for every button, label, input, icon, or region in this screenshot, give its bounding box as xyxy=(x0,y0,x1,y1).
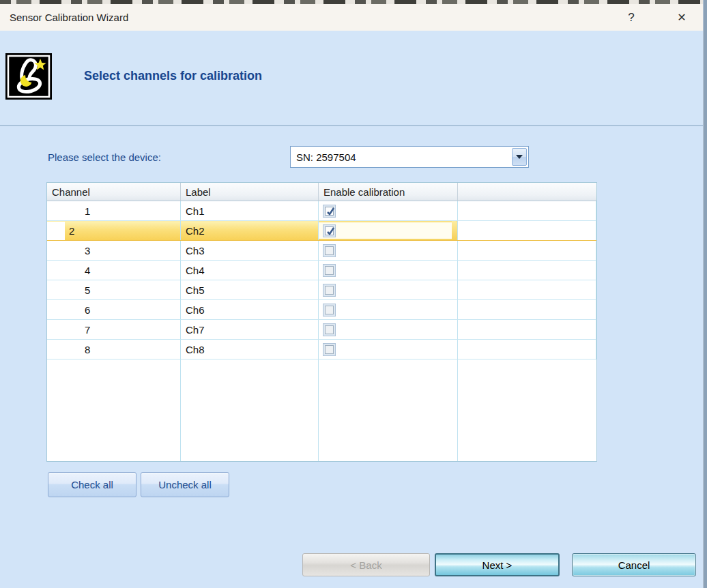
check-all-button[interactable]: Check all xyxy=(48,472,136,497)
checkbox-checked-icon[interactable] xyxy=(323,205,336,218)
table-row[interactable]: 4Ch4 xyxy=(47,261,596,280)
enable-calibration-cell[interactable] xyxy=(319,201,458,220)
channel-label-cell[interactable]: Ch8 xyxy=(181,340,319,359)
empty-cell[interactable] xyxy=(458,221,596,240)
table-row[interactable]: 5Ch5 xyxy=(47,280,596,300)
window-right-border xyxy=(703,0,707,588)
enable-calibration-cell[interactable] xyxy=(319,221,458,240)
wizard-header: Select channels for calibration xyxy=(0,31,703,126)
channel-number-cell[interactable]: 7 xyxy=(47,320,181,339)
channel-number-cell[interactable]: 6 xyxy=(47,300,181,319)
empty-cell[interactable] xyxy=(458,280,596,299)
table-row[interactable]: 7Ch7 xyxy=(47,320,596,340)
cancel-button[interactable]: Cancel xyxy=(572,553,696,576)
table-row[interactable]: 3Ch3 xyxy=(47,241,596,261)
checkbox-unchecked-icon[interactable] xyxy=(323,323,336,336)
titlebar: Sensor Calibration Wizard ? ✕ xyxy=(0,4,703,31)
channel-label-cell[interactable]: Ch5 xyxy=(181,280,319,299)
chevron-down-icon xyxy=(516,155,523,159)
app-logo-icon xyxy=(5,53,52,100)
checkbox-unchecked-icon[interactable] xyxy=(323,343,336,356)
uncheck-all-button[interactable]: Uncheck all xyxy=(141,472,229,497)
table-body: 1Ch12Ch23Ch34Ch45Ch56Ch67Ch78Ch8 xyxy=(47,201,596,359)
enable-calibration-cell[interactable] xyxy=(319,241,458,260)
channel-label-cell[interactable]: Ch7 xyxy=(181,320,319,339)
enable-calibration-cell[interactable] xyxy=(319,320,458,339)
channel-number-cell[interactable]: 8 xyxy=(47,340,181,359)
table-row[interactable]: 1Ch1 xyxy=(47,201,596,221)
checkbox-unchecked-icon[interactable] xyxy=(323,304,336,317)
next-button[interactable]: Next > xyxy=(435,553,560,576)
close-button[interactable]: ✕ xyxy=(670,4,693,31)
empty-cell[interactable] xyxy=(458,300,596,319)
dropdown-arrow-button[interactable] xyxy=(512,148,527,166)
enable-calibration-cell[interactable] xyxy=(319,261,458,280)
checkbox-unchecked-icon[interactable] xyxy=(323,244,336,257)
device-selected-value: SN: 2597504 xyxy=(296,151,512,163)
table-row[interactable]: 2Ch2 xyxy=(47,221,596,241)
checkbox-unchecked-icon[interactable] xyxy=(323,284,336,297)
table-row[interactable]: 8Ch8 xyxy=(47,340,596,359)
table-header-row: Channel Label Enable calibration xyxy=(47,183,596,201)
channel-number-cell[interactable]: 2 xyxy=(47,221,181,240)
channel-label-cell[interactable]: Ch2 xyxy=(181,221,319,240)
enable-calibration-cell[interactable] xyxy=(319,340,458,359)
window-title: Sensor Calibration Wizard xyxy=(10,12,128,23)
header-separator xyxy=(0,125,703,126)
device-select-dropdown[interactable]: SN: 2597504 xyxy=(290,146,529,168)
empty-cell[interactable] xyxy=(458,201,596,220)
channel-label-cell[interactable]: Ch4 xyxy=(181,261,319,280)
enable-calibration-cell[interactable] xyxy=(319,280,458,299)
column-header-channel: Channel xyxy=(47,183,181,201)
channel-label-cell[interactable]: Ch6 xyxy=(181,300,319,319)
table-empty-area xyxy=(47,359,596,461)
channel-number-cell[interactable]: 1 xyxy=(47,201,181,220)
channel-label-cell[interactable]: Ch3 xyxy=(181,241,319,260)
column-header-label: Label xyxy=(181,183,319,201)
channel-number-cell[interactable]: 3 xyxy=(47,241,181,260)
page-title: Select channels for calibration xyxy=(84,69,262,83)
empty-cell[interactable] xyxy=(458,320,596,339)
column-header-empty xyxy=(458,183,596,201)
empty-cell[interactable] xyxy=(458,340,596,359)
empty-cell[interactable] xyxy=(458,241,596,260)
channel-number-cell[interactable]: 5 xyxy=(47,280,181,299)
back-button[interactable]: < Back xyxy=(302,553,430,576)
table-row[interactable]: 6Ch6 xyxy=(47,300,596,320)
channel-label-cell[interactable]: Ch1 xyxy=(181,201,319,220)
channels-table: Channel Label Enable calibration 1Ch12Ch… xyxy=(46,182,597,462)
checkbox-unchecked-icon[interactable] xyxy=(323,264,336,277)
checkbox-checked-icon[interactable] xyxy=(323,224,336,237)
sensor-calibration-wizard-dialog: Sensor Calibration Wizard ? ✕ Select cha… xyxy=(0,0,707,588)
device-select-label: Please select the device: xyxy=(48,151,161,163)
channel-number-cell[interactable]: 4 xyxy=(47,261,181,280)
column-header-enable-calibration: Enable calibration xyxy=(319,183,458,201)
empty-cell[interactable] xyxy=(458,261,596,280)
enable-calibration-cell[interactable] xyxy=(319,300,458,319)
help-button[interactable]: ? xyxy=(620,4,643,31)
